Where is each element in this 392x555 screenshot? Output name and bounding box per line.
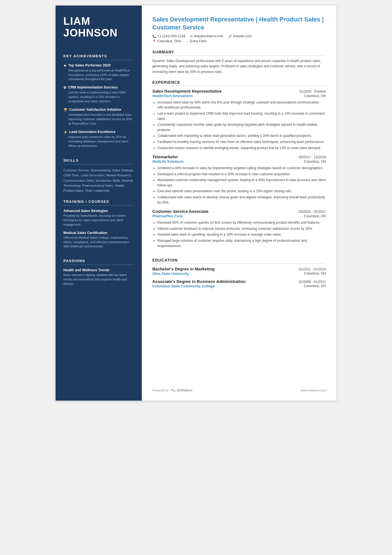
skills-section: SKILLS Customer Service, Telemarketing, … xyxy=(63,152,134,193)
bullet: Led a team project to implement CRM tool… xyxy=(157,111,326,121)
achievement-4: ⚡ Lead Generation Excellence Improved le… xyxy=(63,130,134,148)
passion-1: Health and Wellness Trends Keen interest… xyxy=(63,268,134,286)
passions-title: PASSIONS xyxy=(63,259,134,263)
extra-contact: ☆ Extra Field xyxy=(186,39,206,43)
achievements-title: KEY ACHIEVEMENTS xyxy=(63,54,134,58)
degree-2-location: Columbus, OH xyxy=(304,284,326,288)
training-divider xyxy=(63,205,134,206)
achievement-1-title: Top Sales Performer 2020 xyxy=(68,63,111,67)
bullet: Increased client base by 30% within the … xyxy=(157,100,326,110)
training-title: TRAINING / COURSES xyxy=(63,199,134,204)
summary-section: SUMMARY Dynamic Sales Development profes… xyxy=(152,44,326,75)
job-1-bullets: Increased client base by 30% within the … xyxy=(152,100,326,151)
job-3-date: 03/2015 - 05/2017 xyxy=(299,210,326,214)
passions-divider xyxy=(63,265,134,265)
extra-text: Extra Field xyxy=(190,39,206,43)
website-url: www.enhancv.com xyxy=(301,389,326,392)
job-1-date: 01/2020 - Present xyxy=(299,90,326,93)
achievement-3: 🏆 Customer Satisfaction Initiative Devel… xyxy=(63,108,134,126)
summary-title: SUMMARY xyxy=(152,50,326,54)
phone-contact: 📞 +1-(234)-555-1234 xyxy=(152,34,185,38)
experience-title: EXPERIENCE xyxy=(152,80,326,85)
job-3-location: Columbus, OH xyxy=(304,214,326,218)
job-1-company: HealthTech Innovations xyxy=(152,94,193,98)
enhancv-logo: Enhancv xyxy=(170,388,192,392)
bullet: Facilitated bi-monthly training sessions… xyxy=(157,139,326,145)
contact-row-2: 📍 Columbus, Ohio ☆ Extra Field xyxy=(152,39,326,43)
job-1: Sales Development Representative 01/2020… xyxy=(152,89,326,151)
bullet: Conducted market research to identify em… xyxy=(157,145,326,151)
main-content: Sales Development Representative | Healt… xyxy=(142,6,336,401)
degree-1-school: Ohio State University xyxy=(152,272,189,276)
degree-2-date: 01/2009 - 01/2011 xyxy=(299,280,326,284)
bullet: Consistently surpassed monthly sales goa… xyxy=(157,122,326,132)
education-title: EDUCATION xyxy=(152,258,326,262)
achievements-divider xyxy=(63,60,134,60)
enhancv-logo-icon xyxy=(170,388,176,392)
bullet: Utilized customer feedback to improve se… xyxy=(157,226,326,231)
first-name: LIAM xyxy=(63,15,90,27)
degree-1-date: 01/2011 - 01/2015 xyxy=(299,267,326,271)
achievement-1-desc: Recognized as a top performer at HealthT… xyxy=(63,68,134,82)
bullet: Managed large volumes of customer inquir… xyxy=(157,238,326,248)
bullet: Collaborated with sales teams to develop… xyxy=(157,195,326,205)
phone-icon: 📞 xyxy=(152,34,156,38)
last-name: JOHNSON xyxy=(63,27,118,39)
email-text: help@enhancv.com xyxy=(194,34,223,38)
star-icon-contact: ☆ xyxy=(186,40,189,43)
achievement-3-desc: Developed and executed a new feedback lo… xyxy=(63,113,134,126)
email-contact: ✉ help@enhancv.com xyxy=(190,34,223,38)
sidebar: LIAM JOHNSON KEY ACHIEVEMENTS ★ Top Sale… xyxy=(56,6,142,401)
achievements-section: KEY ACHIEVEMENTS ★ Top Sales Performer 2… xyxy=(63,48,134,152)
bullet: Resolved 95% of customer queries on firs… xyxy=(157,220,326,225)
achievement-1: ★ Top Sales Performer 2020 Recognized as… xyxy=(63,63,134,82)
powered-by-text: Powered by xyxy=(152,389,168,392)
job-3-company: PharmaPlus Corp xyxy=(152,214,183,218)
skills-title: SKILLS xyxy=(63,158,134,162)
linkedin-contact: 🔗 linkedin.com xyxy=(228,34,252,38)
candidate-name: LIAM JOHNSON xyxy=(63,16,134,39)
achievement-4-title: Lead Generation Excellence xyxy=(69,130,116,134)
degree-1-location: Columbus, OH xyxy=(304,272,326,276)
job-2-company: WellLife Solutions xyxy=(152,159,183,164)
experience-divider xyxy=(152,86,326,86)
achievement-2: ⚙ CRM Implementation Success Led the tea… xyxy=(63,85,134,104)
training-section: TRAINING / COURSES Advanced Sales Strate… xyxy=(63,193,134,253)
bullet: Maintained customer relationship managem… xyxy=(157,177,326,188)
course-1: Advanced Sales Strategies Provided by Sa… xyxy=(63,209,134,227)
contact-row: 📞 +1-(234)-555-1234 ✉ help@enhancv.com 🔗… xyxy=(152,34,326,38)
phone-text: +1-(234)-555-1234 xyxy=(157,34,185,38)
achievement-2-desc: Led the team in implementing a new CRM s… xyxy=(63,90,134,104)
location-icon: 📍 xyxy=(152,40,156,43)
degree-2: Associate's Degree in Business Administr… xyxy=(152,279,326,288)
job-1-location: Columbus, OH xyxy=(304,94,326,98)
job-2-location: Columbus, OH xyxy=(304,160,326,164)
job-title: Sales Development Representative | Healt… xyxy=(152,16,326,31)
achievement-4-desc: Improved lead conversion rates by 25% by… xyxy=(63,135,134,148)
bolt-icon: ⚡ xyxy=(63,130,68,134)
job-3-bullets: Resolved 95% of customer queries on firs… xyxy=(152,220,326,248)
summary-divider xyxy=(152,55,326,56)
star-icon: ★ xyxy=(63,64,66,68)
job-2-date: 06/2017 - 12/2019 xyxy=(299,155,326,159)
location-contact: 📍 Columbus, Ohio xyxy=(152,39,181,43)
bullet: Assisted sales team in upselling, result… xyxy=(157,232,326,237)
job-3: Customer Service Associate 03/2015 - 05/… xyxy=(152,209,326,248)
footer-left: Powered by Enhancv xyxy=(152,388,192,392)
course-2-desc: Offered by Medical Sales College, emphas… xyxy=(63,236,134,249)
brand-name: Enhancv xyxy=(177,388,192,392)
summary-text: Dynamic Sales Development professional w… xyxy=(152,58,326,75)
gear-icon: ⚙ xyxy=(63,86,66,90)
email-icon: ✉ xyxy=(190,34,193,38)
link-icon: 🔗 xyxy=(228,34,232,38)
education-section: EDUCATION Bachelor's Degree in Marketing… xyxy=(152,252,326,292)
degree-2-school: Columbus State Community College xyxy=(152,284,215,288)
achievement-2-title: CRM Implementation Success xyxy=(68,85,118,89)
passion-1-desc: Keen interest in staying updated with th… xyxy=(63,273,134,286)
bullet: Achieved a 40% increase in sales by impl… xyxy=(157,166,326,171)
job-1-title: Sales Development Representative xyxy=(152,89,222,93)
linkedin-text: linkedin.com xyxy=(233,34,252,38)
job-3-title: Customer Service Associate xyxy=(152,209,209,214)
course-1-title: Advanced Sales Strategies xyxy=(63,209,134,213)
job-2-bullets: Achieved a 40% increase in sales by impl… xyxy=(152,166,326,205)
